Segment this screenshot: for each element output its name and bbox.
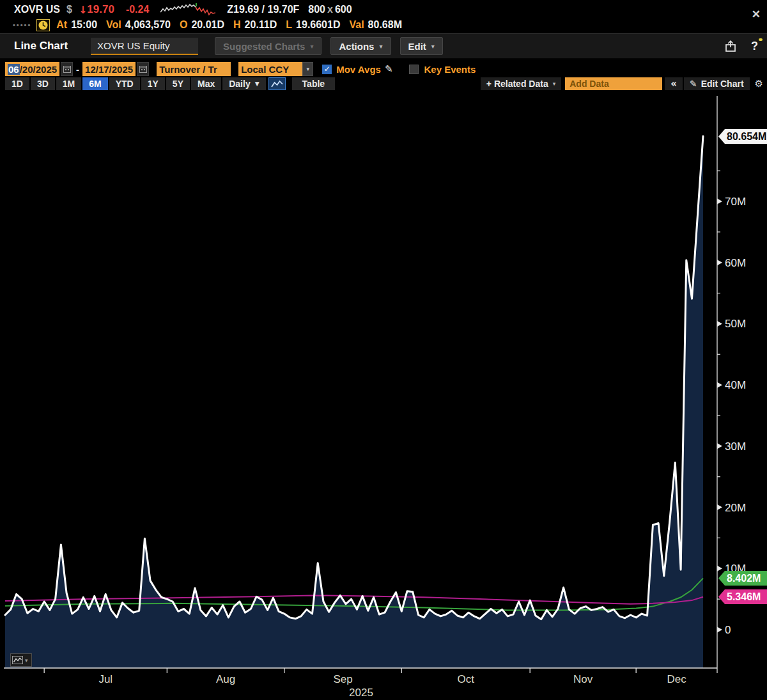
actions-label: Actions (339, 41, 374, 52)
quote-bar-line1: XOVR US $ ↓ 19.70 -0.24 Z19.69 / 19.70F … (0, 2, 767, 17)
actions-button[interactable]: Actions ▾ (330, 37, 391, 55)
val-label: Val (349, 19, 364, 31)
moving-average-short-badge: 8.402M (718, 571, 767, 586)
security-input[interactable] (91, 38, 198, 55)
low-value: 19.6601D (296, 19, 340, 31)
panel-chart-type-button[interactable]: ▾ (10, 653, 32, 667)
related-data-button[interactable]: + Related Data ▾ (481, 77, 561, 90)
x-axis-month-label: Jul (98, 673, 112, 685)
chevron-down-icon: ▾ (379, 43, 382, 50)
intraday-sparkline (160, 3, 218, 17)
edit-mov-avgs-pencil-icon[interactable]: ✎ (385, 63, 393, 75)
caret-down-icon: ▼ (255, 81, 260, 87)
table-button[interactable]: Table (292, 77, 336, 90)
x-axis-month-label: Sep (333, 673, 352, 685)
date-from-rest: /20/2025 (20, 64, 57, 75)
period-bar: 1D3D1M6MYTD1Y5YMax Daily ▼ Table + Relat… (0, 77, 767, 90)
caret-down-icon: ▾ (553, 81, 556, 87)
calendar-icon[interactable] (61, 62, 73, 76)
y-axis-tick-label: 20M (725, 502, 746, 514)
y-axis-tick-label: 50M (725, 318, 746, 330)
y-axis-tick-label: 0 (725, 624, 731, 636)
vol-value: 4,063,570 (125, 19, 171, 31)
moving-average-long-badge: 5.346M (718, 589, 767, 604)
period-tab-5Y[interactable]: 5Y (166, 77, 190, 90)
period-tab-YTD[interactable]: YTD (109, 77, 140, 90)
collapse-panel-button[interactable]: « (665, 77, 683, 90)
period-tab-Max[interactable]: Max (191, 77, 221, 90)
y-axis-tick-arrow (717, 566, 722, 572)
volume-area-fill (5, 136, 703, 668)
x-axis-month-label: Nov (573, 673, 593, 685)
date-from-field[interactable]: 06/20/2025 (5, 62, 59, 76)
moving-average-long-line (5, 595, 703, 603)
edit-chart-button[interactable]: ✎ Edit Chart (684, 77, 750, 90)
grid-size-x: x (327, 4, 333, 15)
period-tab-1Y[interactable]: 1Y (141, 77, 165, 90)
market-clock-icon (36, 19, 50, 31)
currency-dropdown-caret[interactable]: ▾ (302, 62, 313, 76)
field-selector[interactable]: Turnover / Tr (157, 62, 231, 76)
page-title: Line Chart (14, 40, 68, 52)
y-axis-tick-label: 70M (725, 196, 746, 208)
y-axis-tick-arrow (717, 382, 722, 388)
date-separator: - (76, 64, 79, 75)
chevron-down-icon: ▾ (431, 43, 435, 50)
calendar-icon[interactable] (137, 62, 149, 76)
settings-gear-icon[interactable]: ⚙ (755, 78, 763, 89)
period-tab-3D[interactable]: 3D (31, 77, 55, 90)
period-tab-1D[interactable]: 1D (5, 77, 29, 90)
ticker: XOVR US (14, 4, 60, 15)
x-axis-month-label: Dec (667, 673, 686, 685)
add-data-input[interactable]: Add Data (565, 77, 662, 90)
low-label: L (286, 19, 292, 31)
y-axis-tick-label: 60M (725, 257, 746, 269)
currency-selector[interactable]: Local CCY (238, 62, 302, 76)
y-axis-tick-arrow (717, 199, 722, 205)
last-price: 19.70 (87, 3, 114, 16)
vol-label: Vol (106, 19, 121, 31)
suggested-charts-button[interactable]: Suggested Charts ▾ (215, 37, 322, 55)
y-axis-tick-label: 30M (725, 440, 746, 453)
open-value: 20.01D (191, 19, 224, 31)
volume-line (5, 136, 703, 619)
drag-dots-icon: ••••• (13, 21, 31, 29)
val-value: 80.68M (368, 19, 402, 31)
date-to-field[interactable]: 12/17/2025 (82, 62, 136, 76)
moving-average-short-line (5, 579, 703, 611)
down-arrow-icon: ↓ (79, 4, 87, 16)
suggested-charts-label: Suggested Charts (223, 41, 305, 52)
chart-toolbar: Line Chart Suggested Charts ▾ Actions ▾ … (0, 33, 767, 59)
line-chart-type-icon[interactable] (268, 77, 286, 90)
x-axis-year-label: 2025 (349, 687, 373, 699)
quote-bar-line2: ••••• At 15:00 Vol 4,063,570 O 20.01D H … (0, 17, 767, 33)
mov-avgs-checkbox[interactable]: ✓ (322, 65, 332, 74)
frequency-selector[interactable]: Daily ▼ (222, 77, 265, 90)
frequency-label: Daily (229, 79, 250, 89)
chart-controls: 06/20/2025 - 12/17/2025 Turnover / Tr Lo… (0, 61, 767, 77)
chevron-down-icon: ▾ (310, 43, 313, 50)
at-label: At (56, 19, 67, 31)
y-axis-tick-arrow (717, 504, 722, 510)
grid-size-a: 800 (308, 4, 325, 15)
key-events-checkbox[interactable] (409, 65, 419, 74)
mov-avgs-label: Mov Avgs (336, 64, 381, 75)
last-value-badge: 80.654M (718, 129, 767, 144)
help-icon[interactable]: ? (751, 40, 758, 53)
y-axis-tick-arrow (717, 627, 722, 633)
currency-symbol: $ (66, 4, 72, 15)
period-tab-6M[interactable]: 6M (82, 77, 107, 90)
caret-down-icon: ▾ (25, 657, 28, 664)
volume-chart: 010M20M30M40M50M60M70MJulAugSepOctNovDec… (0, 0, 767, 700)
period-tab-1M[interactable]: 1M (56, 77, 81, 90)
y-axis-tick-arrow (717, 321, 722, 327)
high-label: H (233, 19, 241, 31)
edit-button[interactable]: Edit ▾ (400, 37, 443, 55)
bid-ask: Z19.69 / 19.70F (227, 4, 299, 15)
x-axis-month-label: Aug (216, 673, 235, 685)
export-icon[interactable] (724, 40, 737, 53)
related-data-label: + Related Data (486, 79, 548, 89)
at-value: 15:00 (71, 19, 97, 31)
date-from-selected: 06 (8, 64, 20, 75)
high-value: 20.11D (245, 19, 277, 31)
